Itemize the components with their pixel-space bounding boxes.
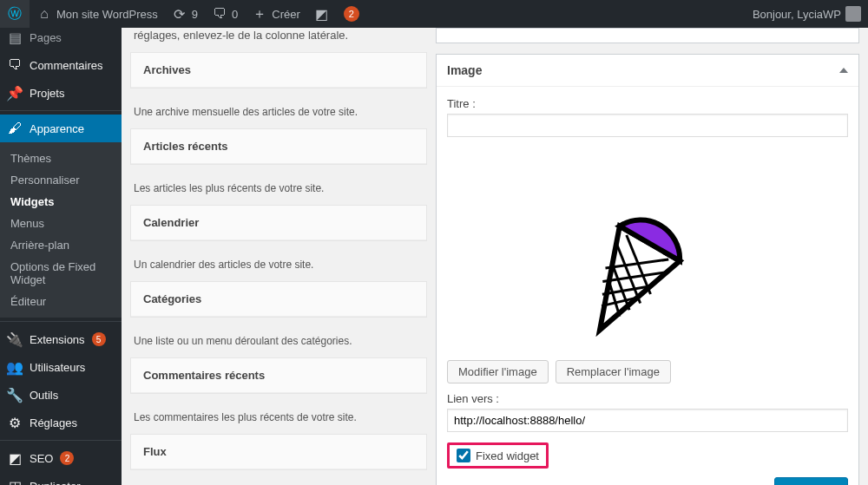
image-widget-title: Image [447, 63, 482, 77]
image-preview [447, 147, 848, 350]
seo-icon: ◩ [7, 450, 23, 466]
icecream-icon [552, 147, 743, 347]
fixed-widget-checkbox[interactable] [457, 449, 470, 462]
sidebar-item-tools[interactable]: 🔧 Outils [0, 381, 122, 409]
collapsed-panel[interactable] [436, 28, 859, 43]
sidebar-item-users[interactable]: 👥 Utilisateurs [0, 353, 122, 381]
submenu-themes[interactable]: Thèmes [0, 147, 122, 169]
widget-recent[interactable]: Articles récents [130, 128, 427, 165]
update-icon: ⟳ [172, 6, 187, 22]
plugin-icon: 🔌 [7, 331, 23, 347]
submenu-widgets[interactable]: Widgets [0, 191, 122, 213]
admin-bar: ⓦ ⌂ Mon site WordPress ⟳ 9 🗨 0 ＋ Créer ◩… [0, 0, 868, 28]
intro-text: réglages, enlevez-le de la colonne latér… [130, 28, 427, 52]
widget-archives[interactable]: Archives [130, 52, 427, 88]
sidebar-item-comments[interactable]: 🗨 Commentaires [0, 51, 122, 79]
sliders-icon: ⚙ [7, 415, 23, 430]
sidebar-item-extensions[interactable]: 🔌 Extensions 5 [0, 325, 122, 353]
title-label: Titre : [447, 97, 848, 110]
fixed-widget-highlight: Fixed widget [447, 442, 549, 469]
link-input[interactable] [447, 409, 848, 432]
greeting: Bonjour, LyciaWP [753, 8, 841, 21]
sidebar-item-seo[interactable]: ◩ SEO 2 [0, 444, 122, 472]
main-content: réglages, enlevez-le de la colonne latér… [122, 28, 868, 485]
comments-link[interactable]: 🗨 0 [205, 0, 245, 28]
wordpress-icon: ⓦ [7, 6, 23, 22]
submenu-editor[interactable]: Éditeur [0, 291, 122, 312]
pin-icon: 📌 [7, 85, 23, 101]
widget-comments-desc: Les commentaires les plus récents de vot… [130, 403, 427, 434]
replace-image-button[interactable]: Remplacer l'image [556, 360, 671, 383]
new-content[interactable]: ＋ Créer [245, 0, 307, 28]
site-link[interactable]: ⌂ Mon site WordPress [30, 0, 165, 28]
sidebar-item-duplicator[interactable]: ◳ Duplicator [0, 472, 122, 485]
appearance-submenu: Thèmes Personnaliser Widgets Menus Arriè… [0, 142, 122, 318]
sidebar-item-projects[interactable]: 📌 Projets [0, 79, 122, 107]
seo-badge: 2 [60, 451, 74, 465]
seo-icon: ◩ [314, 6, 330, 22]
widget-recent-desc: Les articles les plus récents de votre s… [130, 174, 427, 205]
admin-sidebar: ▤ Pages 🗨 Commentaires 📌 Projets 🖌 Appar… [0, 28, 122, 485]
submenu-background[interactable]: Arrière-plan [0, 234, 122, 256]
new-label: Créer [272, 8, 300, 21]
sidebar-item-appearance[interactable]: 🖌 Apparence [0, 115, 122, 142]
fixed-widget-label: Fixed widget [476, 449, 539, 462]
submenu-customize[interactable]: Personnaliser [0, 169, 122, 191]
notifications[interactable]: 2 [337, 0, 366, 28]
image-widget-panel: Image Titre : [436, 54, 859, 485]
widget-categories[interactable]: Catégories [130, 281, 427, 318]
collapse-icon [839, 68, 848, 73]
available-widgets: réglages, enlevez-le de la colonne latér… [122, 28, 436, 485]
widget-rss-desc: Les entrées depuis n’importe quel flux R… [130, 479, 427, 485]
saved-button[interactable]: Enregistré [774, 477, 848, 485]
duplicator-icon: ◳ [7, 478, 23, 485]
wp-logo[interactable]: ⓦ [0, 0, 30, 28]
sidebar-item-settings[interactable]: ⚙ Réglages [0, 409, 122, 436]
wrench-icon: 🔧 [7, 387, 23, 403]
site-name: Mon site WordPress [56, 8, 158, 21]
widget-comments[interactable]: Commentaires récents [130, 357, 427, 394]
ext-badge: 5 [92, 332, 106, 346]
widget-rss[interactable]: Flux [130, 434, 427, 470]
widget-calendar-desc: Un calendrier des articles de votre site… [130, 250, 427, 281]
updates-link[interactable]: ⟳ 9 [165, 0, 205, 28]
users-icon: 👥 [7, 359, 23, 375]
pages-icon: ▤ [7, 29, 23, 45]
modify-image-button[interactable]: Modifier l'image [447, 360, 549, 383]
widget-calendar[interactable]: Calendrier [130, 205, 427, 241]
sidebar-widget-area: Image Titre : [436, 28, 868, 485]
widget-archives-desc: Une archive mensuelle des articles de vo… [130, 97, 427, 128]
image-widget-head[interactable]: Image [437, 55, 858, 87]
account-link[interactable]: Bonjour, LyciaWP [746, 0, 868, 28]
notif-badge: 2 [344, 6, 359, 22]
submenu-menus[interactable]: Menus [0, 213, 122, 234]
seo-bar[interactable]: ◩ [307, 0, 337, 28]
title-input[interactable] [447, 114, 848, 137]
comment-icon: 🗨 [7, 57, 23, 73]
submenu-fixed-widget[interactable]: Options de Fixed Widget [0, 256, 122, 291]
home-icon: ⌂ [36, 6, 52, 22]
avatar [845, 6, 861, 22]
sidebar-item-pages[interactable]: ▤ Pages [0, 28, 122, 51]
brush-icon: 🖌 [7, 121, 23, 136]
plus-icon: ＋ [252, 6, 267, 22]
comment-icon: 🗨 [212, 6, 227, 22]
widget-categories-desc: Une liste ou un menu déroulant des catég… [130, 326, 427, 357]
update-count: 9 [192, 8, 198, 21]
comment-count: 0 [232, 8, 238, 21]
link-label: Lien vers : [447, 392, 848, 405]
